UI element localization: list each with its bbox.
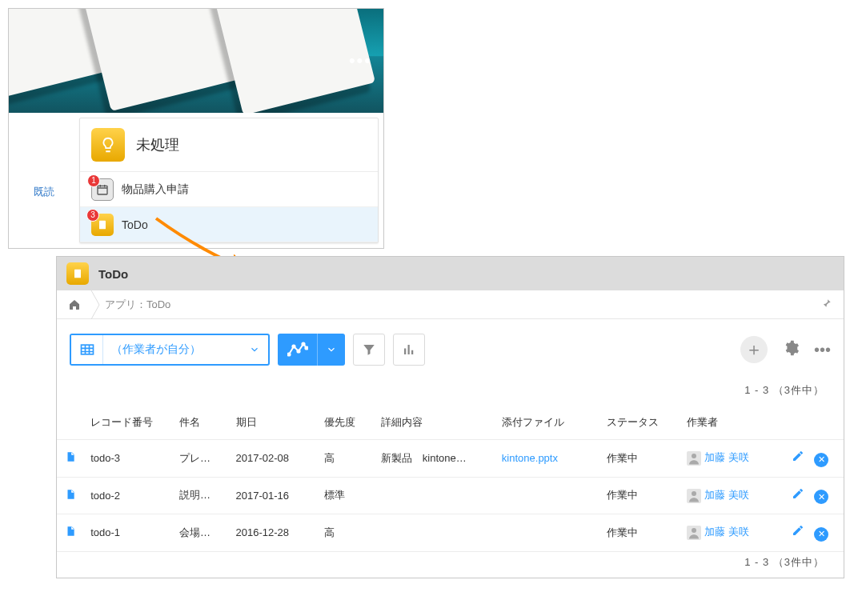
svg-point-8 <box>305 346 307 349</box>
home-icon[interactable] <box>68 298 81 311</box>
cell-status: 作業中 <box>600 440 681 478</box>
cell-detail <box>375 477 495 514</box>
chart-button[interactable] <box>278 334 345 366</box>
cell-attachment <box>495 514 600 552</box>
hero-image: ••• <box>9 9 383 113</box>
cell-assignee: 加藤 美咲 <box>680 440 785 478</box>
svg-rect-11 <box>411 350 413 354</box>
todo-app-panel: ToDo アプリ：ToDo （作業者が自分） <box>56 256 844 578</box>
cell-priority: 標準 <box>318 477 375 514</box>
table-row[interactable]: todo-2 説明… 2017-01-16 標準 作業中 加藤 美咲 ✕ <box>57 477 844 514</box>
svg-point-5 <box>292 345 295 347</box>
svg-point-12 <box>692 454 696 458</box>
calendar-icon: 1 <box>91 178 114 201</box>
app-row-label: 物品購入申請 <box>122 182 189 197</box>
gear-icon[interactable] <box>782 339 800 361</box>
hero-more-icon[interactable]: ••• <box>349 50 372 71</box>
bar-chart-button[interactable] <box>393 334 425 366</box>
unprocessed-panel: ••• 既読 未処理 1 物品購入申請 3 <box>8 8 384 249</box>
col-detail[interactable]: 詳細内容 <box>375 406 495 440</box>
col-status[interactable]: ステータス <box>600 406 681 440</box>
edit-icon[interactable] <box>792 524 804 537</box>
app-titlebar: ToDo <box>57 257 844 290</box>
cell-assignee: 加藤 美咲 <box>680 514 785 552</box>
cell-status: 作業中 <box>600 514 681 552</box>
cell-record-no: todo-3 <box>84 440 173 478</box>
cell-due: 2017-02-08 <box>230 440 319 478</box>
filter-button[interactable] <box>353 334 385 366</box>
svg-rect-9 <box>404 349 406 355</box>
card-title: 未処理 <box>136 135 179 154</box>
unprocessed-card: 未処理 1 物品購入申請 3 ToDo <box>79 118 379 243</box>
more-icon[interactable]: ••• <box>814 341 831 359</box>
svg-point-7 <box>302 342 304 345</box>
pager-bottom: 1 - 3 （3件中） <box>744 555 824 570</box>
svg-point-6 <box>297 350 299 352</box>
add-button[interactable]: ＋ <box>740 336 768 363</box>
toolbar: （作業者が自分） ＋ ••• <box>57 319 844 380</box>
assignee-link[interactable]: 加藤 美咲 <box>704 526 749 538</box>
delete-icon[interactable]: ✕ <box>814 490 828 504</box>
col-record-no[interactable]: レコード番号 <box>84 406 173 440</box>
svg-rect-2 <box>74 270 81 278</box>
cell-attachment: kintone.pptx <box>495 440 600 478</box>
cell-detail: 新製品 kintone… <box>375 440 495 478</box>
cell-detail <box>375 514 495 552</box>
cell-record-no: todo-2 <box>84 477 173 514</box>
svg-point-14 <box>692 528 696 533</box>
svg-rect-0 <box>98 186 107 194</box>
app-row-purchase[interactable]: 1 物品購入申請 <box>80 172 378 207</box>
assignee-link[interactable]: 加藤 美咲 <box>704 489 749 501</box>
attachment-link[interactable]: kintone.pptx <box>502 452 558 464</box>
read-link[interactable]: 既読 <box>34 186 54 198</box>
avatar <box>687 526 701 540</box>
clipboard-icon <box>66 262 89 285</box>
delete-icon[interactable]: ✕ <box>814 453 828 467</box>
cell-attachment <box>495 477 600 514</box>
view-selector[interactable]: （作業者が自分） <box>70 334 270 366</box>
cell-subject: 会場… <box>173 514 230 552</box>
col-assignee[interactable]: 作業者 <box>680 406 785 440</box>
table-row[interactable]: todo-1 会場… 2016-12-28 高 作業中 加藤 美咲 ✕ <box>57 514 844 552</box>
cell-subject: 説明… <box>173 477 230 514</box>
clipboard-icon: 3 <box>91 214 114 236</box>
document-icon <box>65 491 76 503</box>
cell-subject: プレ… <box>173 440 230 478</box>
edit-icon[interactable] <box>792 450 804 462</box>
col-subject[interactable]: 件名 <box>173 406 230 440</box>
cell-due: 2017-01-16 <box>230 477 319 514</box>
cell-assignee: 加藤 美咲 <box>680 477 785 514</box>
records-table: レコード番号 件名 期日 優先度 詳細内容 添付ファイル ステータス 作業者 t… <box>57 406 844 552</box>
edit-icon[interactable] <box>792 487 804 500</box>
app-row-label: ToDo <box>122 218 148 231</box>
col-priority[interactable]: 優先度 <box>318 406 375 440</box>
pin-icon[interactable] <box>821 298 832 311</box>
line-chart-icon <box>278 334 318 366</box>
lightbulb-icon <box>91 128 125 162</box>
cell-due: 2016-12-28 <box>230 514 319 552</box>
cell-record-no: todo-1 <box>84 514 173 552</box>
cell-priority: 高 <box>318 440 375 478</box>
delete-icon[interactable]: ✕ <box>814 527 828 542</box>
badge-count: 1 <box>87 174 100 187</box>
list-view-icon <box>71 335 103 364</box>
breadcrumb-app: ToDo <box>146 298 170 310</box>
svg-rect-3 <box>81 345 93 354</box>
col-due[interactable]: 期日 <box>230 406 319 440</box>
avatar <box>687 451 701 466</box>
chevron-down-icon <box>241 335 268 364</box>
app-title: ToDo <box>98 267 128 281</box>
avatar <box>687 489 701 503</box>
document-icon <box>65 528 76 540</box>
breadcrumb: アプリ：ToDo <box>57 290 844 319</box>
cell-priority: 高 <box>318 514 375 552</box>
assignee-link[interactable]: 加藤 美咲 <box>704 451 749 463</box>
view-name: （作業者が自分） <box>103 335 241 364</box>
svg-rect-1 <box>99 220 106 229</box>
chevron-down-icon <box>318 334 345 366</box>
app-row-todo[interactable]: 3 ToDo <box>80 207 378 242</box>
col-attachment[interactable]: 添付ファイル <box>495 406 600 440</box>
table-row[interactable]: todo-3 プレ… 2017-02-08 高 新製品 kintone… kin… <box>57 440 844 478</box>
pager-top: 1 - 3 （3件中） <box>744 383 824 398</box>
document-icon <box>65 454 76 466</box>
